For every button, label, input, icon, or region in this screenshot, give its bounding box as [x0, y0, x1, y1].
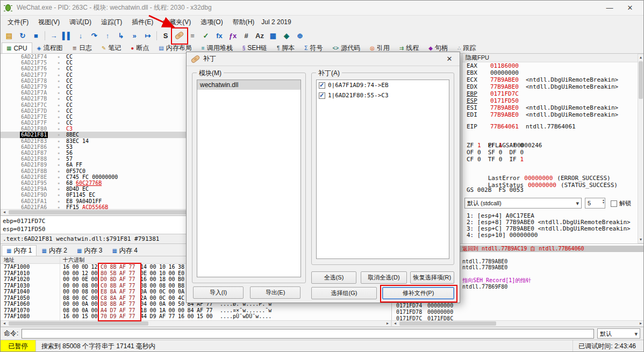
run-icon[interactable]: → — [47, 29, 60, 42]
menu-item[interactable]: 插件(E) — [127, 16, 158, 29]
flags-row[interactable]: CF 0 TF 0 IF 1 — [462, 156, 638, 163]
menu-item[interactable]: 追踪(T) — [96, 16, 127, 29]
memory-tab[interactable]: ▦内存 1 — [2, 245, 37, 256]
tab-item[interactable]: ✎笔记 — [97, 42, 126, 53]
patch-item[interactable]: 1|6AD21F80:55->C3 — [317, 90, 449, 100]
tab-item[interactable]: ◈流程图 — [32, 42, 68, 53]
spinner-arrows-icon[interactable]: ▴▾ — [603, 199, 604, 204]
memory-tab-icon: ▦ — [41, 248, 46, 254]
close-window-button[interactable]: ✕ — [620, 1, 640, 15]
tab-item[interactable]: ●断点 — [126, 42, 154, 53]
dump-hscrollbar[interactable]: ◂ ▸ — [1, 320, 391, 327]
memory-tab[interactable]: ▦内存 2 — [37, 245, 71, 256]
menu-item[interactable]: 收藏夹(V) — [158, 16, 196, 29]
step-into-icon[interactable]: ↓ — [74, 29, 87, 42]
register-row[interactable]: ESI77B9ABE0<ntdll.DbgUiRemoteBreakin> — [462, 104, 638, 111]
pick-groups-button[interactable]: 选择组(G) — [311, 287, 377, 299]
register-row[interactable]: EDI77B9ABE0<ntdll.DbgUiRemoteBreakin> — [462, 111, 638, 118]
register-row[interactable]: ECX77B9ABE0<ntdll.DbgUiRemoteBreakin> — [462, 76, 638, 83]
toolbar-glyph: ◈ — [284, 32, 289, 39]
menu-item[interactable]: 视图(V) — [33, 16, 65, 29]
tab-item[interactable]: ▦CPU — [2, 42, 32, 53]
scylla-icon[interactable]: S — [159, 29, 172, 42]
menu-item[interactable]: 调试(D) — [65, 16, 96, 29]
register-row[interactable]: EBP0171FD7C — [462, 90, 638, 97]
register-row[interactable]: ESP0171FD50 — [462, 97, 638, 104]
az-icon[interactable]: Az — [253, 29, 266, 42]
check-icon[interactable]: ✓ — [199, 29, 212, 42]
scroll-right-icon[interactable]: ▸ — [384, 321, 391, 326]
open-file-icon[interactable]: ▤ — [3, 29, 16, 42]
menu-item[interactable]: 文件(F) — [3, 16, 33, 29]
register-row[interactable]: EBX00000000 — [462, 69, 638, 76]
animate-icon[interactable]: » — [128, 29, 141, 42]
argument-count-spinner[interactable]: 5 ▴▾ — [585, 198, 605, 209]
stack-row[interactable]: 0171FD7C0171FD8C — [392, 315, 644, 320]
hide-fpu-button[interactable]: 隐藏FPU — [462, 54, 638, 62]
scrollbar-thumb[interactable] — [9, 210, 213, 214]
globe-icon[interactable]: ⊕ — [294, 29, 306, 42]
calculator-fx-icon[interactable]: fx — [213, 29, 226, 42]
scroll-left-icon[interactable]: ◂ — [1, 321, 8, 326]
run-to-user-code-icon[interactable]: ↦ — [141, 29, 154, 42]
menu-bar: 文件(F)视图(V)调试(D)追踪(T)插件(E)收藏夹(V)选项(O)帮助(H… — [1, 16, 643, 28]
flags-row[interactable]: OF 0 SF 0 DF 0 — [462, 149, 638, 156]
patch-icon[interactable] — [173, 29, 185, 42]
memory-icon[interactable]: ▦ — [267, 29, 280, 42]
patch-file-button[interactable]: 修补文件(P) — [382, 287, 454, 299]
scrollbar-thumb[interactable] — [639, 61, 643, 99]
module-item[interactable]: wechatwin.dll — [197, 80, 300, 90]
favourites-icon[interactable]: ≡ — [186, 29, 199, 42]
register-name: EBX — [467, 69, 477, 76]
run-to-return-icon[interactable]: ↳ — [115, 29, 127, 42]
memory-tab[interactable]: ▦内存 4 — [107, 245, 142, 256]
minimize-button[interactable]: — — [599, 1, 620, 15]
pause-icon[interactable]: ▌▌ — [61, 29, 74, 42]
export-button[interactable]: 导出(E) — [250, 286, 300, 299]
deselect-all-button[interactable]: 取消全选(D) — [361, 271, 407, 284]
flags-row[interactable]: ZF 1 PF 1 AF 0 — [462, 142, 638, 149]
calling-convention-select[interactable]: 默认 (stdcall) ▾ — [464, 198, 582, 209]
register-row[interactable]: EIP77B64061ntdll.77B64061 — [462, 123, 638, 130]
patch-dialog-close-button[interactable]: ✕ — [443, 55, 455, 63]
step-over-icon[interactable]: ↷ — [88, 29, 101, 42]
dump-byte: 2A — [140, 295, 147, 301]
stack-row[interactable]: 0171FD7400000000 — [392, 303, 644, 309]
patch-dialog-titlebar[interactable]: 补丁 ✕ — [187, 52, 460, 66]
step-out-icon[interactable]: ↑ — [101, 29, 114, 42]
tab-item[interactable]: ≣日志 — [68, 42, 97, 53]
restore-selected-button[interactable]: 恢复选择项(R) — [410, 271, 454, 284]
hash-icon[interactable]: # — [240, 29, 253, 42]
command-type-select[interactable]: 默认 ▾ — [597, 328, 640, 339]
scrollbar-thumb[interactable] — [9, 321, 148, 326]
scroll-up-icon[interactable]: ▴ — [638, 54, 643, 61]
argument-row[interactable]: 4: [esp+10] 00000000 — [462, 232, 638, 239]
scroll-left-icon[interactable]: ◂ — [392, 321, 398, 326]
scroll-right-icon[interactable]: ▸ — [638, 321, 644, 326]
unlock-checkbox[interactable] — [611, 200, 617, 207]
menu-item[interactable]: 选项(O) — [196, 16, 227, 29]
scrollbar-thumb[interactable] — [399, 321, 496, 326]
stack-row[interactable]: 0171FD7800000000 — [392, 309, 644, 315]
register-row[interactable]: EAX01186000 — [462, 62, 638, 69]
stack-hscrollbar[interactable]: ◂ ▸ — [391, 320, 644, 327]
memory-tab[interactable]: ▦内存 3 — [72, 245, 107, 256]
import-button[interactable]: 导入(I) — [193, 286, 244, 299]
scroll-left-icon[interactable]: ◂ — [1, 210, 8, 215]
stop-icon[interactable]: ■ — [30, 29, 42, 42]
disasm-address: 6AD21F8E — [21, 174, 47, 180]
patch-item[interactable]: 0|6A7F1AD9:74->EB — [317, 80, 449, 90]
register-value: 0171FD50 — [490, 97, 519, 104]
register-row[interactable]: EDX77B9ABE0<ntdll.DbgUiRemoteBreakin> — [462, 83, 638, 90]
restart-icon[interactable]: ↻ — [16, 29, 29, 42]
menu-item[interactable]: 帮助(H) — [228, 16, 260, 29]
registers-vscrollbar[interactable]: ▴ ▾ — [638, 54, 644, 243]
scroll-down-icon[interactable]: ▾ — [638, 236, 643, 243]
patch-checkbox[interactable] — [319, 82, 325, 89]
command-input[interactable] — [22, 329, 594, 339]
patch-checkbox[interactable] — [319, 92, 325, 99]
function-icon[interactable]: ƒx — [226, 29, 239, 42]
graph-icon[interactable]: ◈ — [280, 29, 293, 42]
register-name: ESI — [467, 104, 477, 111]
select-all-button[interactable]: 全选(S) — [311, 271, 356, 284]
